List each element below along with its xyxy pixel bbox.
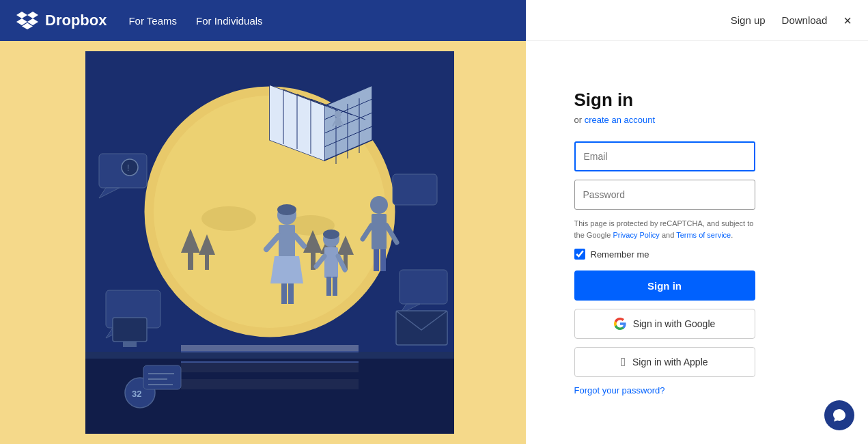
nav-for-teams[interactable]: For Teams	[128, 15, 177, 27]
google-signin-label: Sign in with Google	[633, 318, 716, 329]
privacy-policy-link[interactable]: Privacy Policy	[613, 231, 659, 239]
navbar: Dropbox For Teams For Individuals	[0, 0, 526, 41]
signup-link[interactable]: Sign up	[731, 14, 766, 26]
apple-icon: 	[621, 356, 626, 368]
create-account-text: or create an account	[574, 115, 820, 125]
subtitle-prefix: or	[574, 115, 585, 125]
nav-for-individuals[interactable]: For Individuals	[196, 15, 263, 27]
sign-in-title: Sign in	[574, 89, 820, 111]
email-input[interactable]	[574, 141, 755, 171]
svg-point-49	[370, 196, 388, 214]
svg-rect-69	[400, 270, 447, 304]
svg-point-30	[335, 111, 341, 117]
logo-text: Dropbox	[45, 12, 107, 29]
recaptcha-text: This page is protected by reCAPTCHA, and…	[574, 218, 755, 240]
svg-rect-36	[279, 225, 295, 259]
sign-in-button[interactable]: Sign in	[574, 270, 755, 301]
svg-rect-65	[123, 342, 137, 347]
svg-rect-31	[335, 117, 341, 126]
illustration-container: ! 32	[0, 41, 526, 444]
svg-rect-64	[113, 318, 147, 342]
svg-text:!: !	[127, 163, 129, 173]
apple-signin-button[interactable]:  Sign in with Apple	[574, 347, 755, 377]
svg-rect-74	[143, 365, 181, 389]
svg-marker-37	[270, 256, 303, 283]
svg-point-43	[323, 230, 339, 239]
nav-links: For Teams For Individuals	[128, 15, 262, 27]
left-panel: Dropbox For Teams For Individuals	[0, 0, 526, 444]
create-account-link[interactable]: create an account	[585, 115, 655, 125]
illustration: ! 32	[85, 51, 454, 434]
right-panel: Sign up Download × Sign in or create an …	[526, 0, 868, 444]
svg-rect-50	[372, 214, 387, 249]
remember-label: Remember me	[591, 249, 649, 260]
svg-rect-38	[281, 283, 287, 304]
chat-bubble[interactable]	[824, 400, 854, 430]
download-link[interactable]: Download	[782, 14, 828, 26]
remember-row: Remember me	[574, 249, 820, 260]
logo[interactable]: Dropbox	[16, 12, 107, 29]
password-input[interactable]	[574, 180, 755, 210]
svg-rect-45	[326, 277, 331, 296]
right-header: Sign up Download ×	[526, 0, 868, 41]
svg-text:32: 32	[132, 389, 141, 399]
illustration-svg: ! 32	[85, 51, 454, 434]
svg-rect-52	[380, 249, 386, 271]
svg-rect-46	[333, 277, 337, 296]
svg-rect-44	[324, 247, 338, 278]
remember-checkbox[interactable]	[574, 249, 585, 260]
svg-rect-59	[85, 352, 454, 359]
svg-point-66	[122, 159, 138, 176]
forgot-password-link[interactable]: Forgot your password?	[574, 385, 820, 396]
chat-icon	[832, 408, 847, 423]
google-icon	[614, 318, 626, 330]
svg-rect-7	[205, 253, 209, 270]
apple-signin-label: Sign in with Apple	[632, 357, 708, 367]
google-signin-button[interactable]: Sign in with Google	[574, 309, 755, 339]
close-button[interactable]: ×	[843, 14, 852, 27]
svg-point-3	[201, 206, 256, 231]
svg-point-35	[277, 204, 296, 215]
terms-link[interactable]: Terms of service	[676, 231, 731, 239]
svg-rect-51	[374, 249, 379, 271]
svg-rect-39	[288, 283, 294, 304]
dropbox-logo-icon	[16, 12, 38, 29]
svg-rect-68	[393, 174, 437, 205]
form-container: Sign in or create an account This page i…	[533, 62, 861, 423]
